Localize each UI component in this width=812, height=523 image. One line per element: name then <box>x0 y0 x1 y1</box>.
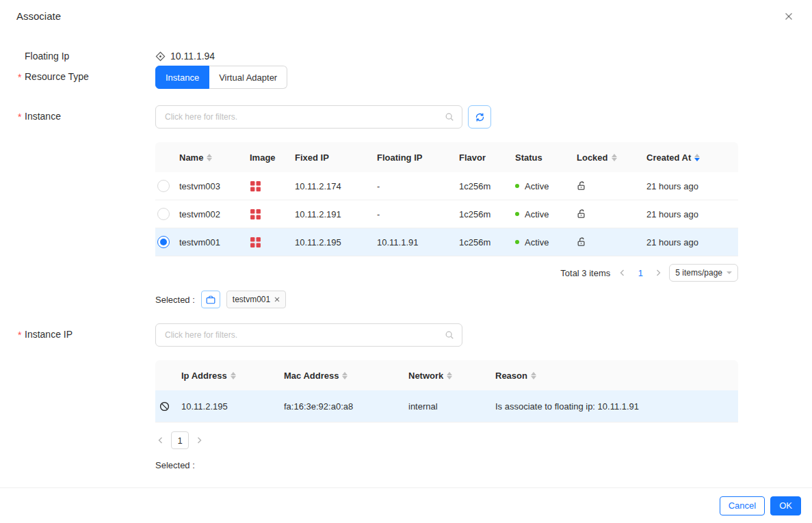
cell-status: Active <box>525 237 549 247</box>
unlock-icon <box>577 180 587 191</box>
column-network: Network <box>408 371 443 381</box>
cell-floating-ip: 10.11.1.91 <box>377 237 459 247</box>
cell-fixed-ip: 10.11.2.195 <box>295 237 377 247</box>
cell-name: testvm001 <box>179 237 250 247</box>
selected-label: Selected : <box>155 295 195 305</box>
prev-page-icon[interactable] <box>617 267 628 278</box>
close-icon[interactable] <box>782 10 796 23</box>
cancel-button[interactable]: Cancel <box>720 496 765 515</box>
cell-network: internal <box>408 401 495 412</box>
ok-button[interactable]: OK <box>770 496 801 515</box>
instance-row: Instance <box>16 105 796 308</box>
sort-icon-name[interactable] <box>207 154 212 161</box>
status-dot <box>515 240 519 244</box>
floating-ip-label: Floating Ip <box>16 49 155 64</box>
instance-selected-bar: Selected : testvm001 <box>155 291 796 308</box>
disabled-icon <box>159 401 170 412</box>
next-page-icon[interactable] <box>653 267 664 278</box>
page-number-1[interactable]: 1 <box>633 268 647 278</box>
image-icon <box>250 237 261 248</box>
modal-header: Associate <box>0 0 812 32</box>
instance-filter-field[interactable] <box>163 111 445 122</box>
column-mac-address: Mac Address <box>284 371 339 381</box>
selected-action-button[interactable] <box>201 291 220 308</box>
sort-icon-network[interactable] <box>447 372 452 379</box>
current-page-box[interactable]: 1 <box>171 431 189 449</box>
next-page-icon[interactable] <box>194 435 205 446</box>
modal-title: Associate <box>16 9 61 24</box>
chevron-down-icon <box>726 271 732 274</box>
modal-body: Floating Ip 10.11.1.94 Resource Type Ins… <box>0 32 812 472</box>
instance-table: Name Image Fixed IP Floating IP Flavor S… <box>155 142 738 256</box>
cell-flavor: 1c256m <box>459 209 515 219</box>
image-icon <box>250 209 261 220</box>
instance-filter-bar <box>155 105 796 129</box>
sort-icon-reason[interactable] <box>531 372 536 379</box>
radio-testvm001[interactable] <box>157 236 170 248</box>
instance-ip-table-header: Ip Address Mac Address Network Reason <box>155 360 738 390</box>
prev-page-icon[interactable] <box>155 435 166 446</box>
sort-icon-ip-address[interactable] <box>231 372 236 379</box>
floating-ip-value: 10.11.1.94 <box>170 49 215 64</box>
pagination-total: Total 3 items <box>560 268 610 278</box>
instance-filter-input[interactable] <box>155 105 462 129</box>
table-row-testvm002: testvm002 10.11.2.191 - 1c256m Active 21… <box>155 200 738 228</box>
resource-type-row: Resource Type Instance Virtual Adapter <box>16 66 796 89</box>
column-fixed-ip: Fixed IP <box>295 152 329 163</box>
unlock-icon <box>577 209 587 219</box>
search-icon <box>445 330 454 340</box>
instance-ip-filter-field[interactable] <box>163 330 445 340</box>
unlock-icon <box>577 237 587 247</box>
cell-ip-address: 10.11.2.195 <box>181 401 284 412</box>
cell-mac-address: fa:16:3e:92:a0:a8 <box>284 401 408 412</box>
selected-tag-label: testvm001 <box>233 295 270 304</box>
modal-footer: Cancel OK <box>0 487 812 523</box>
cell-flavor: 1c256m <box>459 181 515 191</box>
refresh-button[interactable] <box>468 105 491 129</box>
page-size-value: 5 items/page <box>675 268 722 278</box>
instance-table-header: Name Image Fixed IP Floating IP Flavor S… <box>155 142 738 172</box>
sort-icon-locked[interactable] <box>612 154 617 161</box>
cell-floating-ip: - <box>377 209 459 219</box>
instance-ip-selected-bar: Selected : <box>155 457 796 472</box>
instance-ip-filter-input[interactable] <box>155 323 462 347</box>
selected-tag: testvm001 <box>226 291 286 308</box>
page-size-select[interactable]: 5 items/page <box>669 264 738 282</box>
floating-ip-icon <box>155 51 166 62</box>
image-icon <box>250 180 261 192</box>
instance-ip-label: Instance IP <box>16 327 155 342</box>
column-name: Name <box>179 152 203 163</box>
column-status: Status <box>515 152 542 163</box>
cell-name: testvm002 <box>179 209 250 219</box>
associate-modal: Associate Floating Ip 10.11.1.94 Resourc… <box>0 0 812 472</box>
resource-type-option-instance[interactable]: Instance <box>155 66 209 89</box>
resource-type-option-virtual-adapter[interactable]: Virtual Adapter <box>209 66 287 89</box>
column-reason: Reason <box>495 371 527 381</box>
cell-name: testvm003 <box>179 181 250 191</box>
instance-label: Instance <box>16 109 155 124</box>
status-dot <box>515 184 519 188</box>
cell-fixed-ip: 10.11.2.174 <box>295 181 377 191</box>
radio-testvm002[interactable] <box>157 208 170 220</box>
cell-flavor: 1c256m <box>459 237 515 247</box>
cell-created-at: 21 hours ago <box>646 209 738 219</box>
instance-ip-filter-bar <box>155 323 796 347</box>
column-locked: Locked <box>577 152 608 163</box>
table-row-testvm003: testvm003 10.11.2.174 - 1c256m Active 21… <box>155 172 738 200</box>
tag-close-icon[interactable] <box>274 297 280 302</box>
instance-ip-table: Ip Address Mac Address Network Reason 10… <box>155 360 738 423</box>
table-row-instance-ip: 10.11.2.195 fa:16:3e:92:a0:a8 internal I… <box>155 390 738 423</box>
radio-testvm003[interactable] <box>157 180 170 192</box>
selected-label: Selected : <box>155 460 195 470</box>
column-floating-ip: Floating IP <box>377 152 422 163</box>
sort-icon-mac-address[interactable] <box>342 372 348 379</box>
cell-reason: Is associate to floating ip: 10.11.1.91 <box>495 401 738 412</box>
column-image: Image <box>250 152 276 163</box>
cell-created-at: 21 hours ago <box>646 181 738 191</box>
cell-fixed-ip: 10.11.2.191 <box>295 209 377 219</box>
sort-icon-created-at[interactable] <box>694 154 700 161</box>
resource-type-group: Instance Virtual Adapter <box>155 66 287 89</box>
search-icon <box>445 112 454 122</box>
status-dot <box>515 212 519 216</box>
cell-created-at: 21 hours ago <box>646 237 738 247</box>
